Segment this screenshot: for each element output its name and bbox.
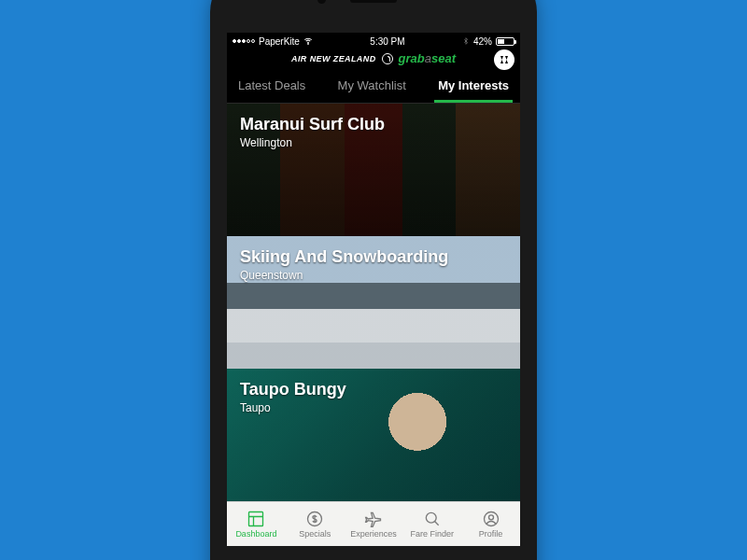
phone-sensor <box>317 0 326 4</box>
interest-card[interactable]: Skiing And Snowboarding Queenstown <box>227 236 520 369</box>
card-subtitle: Taupo <box>240 401 507 414</box>
tabbar-label: Profile <box>479 529 503 539</box>
content-list[interactable]: Maranui Surf Club Wellington Skiing And … <box>227 104 520 501</box>
interest-card[interactable]: Taupo Bungy Taupo <box>227 369 520 501</box>
screen: PaperKite 5:30 PM 42% AIR NEW ZEALAND gr… <box>227 33 520 546</box>
specials-icon <box>305 510 324 528</box>
tabbar-fare-finder[interactable]: Fare Finder <box>402 502 461 546</box>
tab-my-watchlist[interactable]: My Watchlist <box>334 73 410 103</box>
phone-frame: PaperKite 5:30 PM 42% AIR NEW ZEALAND gr… <box>210 0 537 560</box>
interest-card[interactable]: Maranui Surf Club Wellington <box>227 104 520 236</box>
card-subtitle: Wellington <box>240 136 507 149</box>
tabbar-label: Experiences <box>350 529 397 539</box>
svg-point-5 <box>488 515 493 520</box>
signal-icon <box>233 39 255 43</box>
battery-pct-label: 42% <box>473 36 492 47</box>
app-header: AIR NEW ZEALAND grabaseat <box>227 49 520 69</box>
profile-icon <box>482 510 500 528</box>
tabbar-specials[interactable]: Specials <box>286 502 345 546</box>
tabbar-experiences[interactable]: Experiences <box>345 502 403 546</box>
brand-airnz-label: AIR NEW ZEALAND <box>291 54 376 63</box>
bottom-tab-bar: Dashboard Specials Experiences Fare Find… <box>227 501 520 546</box>
svg-point-0 <box>308 44 309 45</box>
card-subtitle: Queenstown <box>240 269 507 282</box>
search-icon <box>423 510 442 528</box>
tabbar-label: Dashboard <box>235 529 276 539</box>
status-bar: PaperKite 5:30 PM 42% <box>227 33 520 49</box>
card-title: Taupo Bungy <box>240 380 507 399</box>
top-tabs: Latest Deals My Watchlist My Interests <box>227 69 520 104</box>
card-title: Maranui Surf Club <box>240 115 507 134</box>
carrier-label: PaperKite <box>259 36 300 47</box>
dashboard-icon <box>247 510 265 528</box>
tabbar-dashboard[interactable]: Dashboard <box>227 502 286 546</box>
phone-earpiece <box>350 0 397 3</box>
brand-grabaseat-label: grabaseat <box>399 51 456 65</box>
clock-label: 5:30 PM <box>370 36 404 47</box>
tabbar-label: Fare Finder <box>411 529 455 539</box>
tab-my-interests[interactable]: My Interests <box>434 73 513 103</box>
tab-latest-deals[interactable]: Latest Deals <box>234 73 309 103</box>
tabbar-label: Specials <box>299 529 331 539</box>
svg-rect-1 <box>249 512 263 526</box>
wifi-icon <box>303 36 313 46</box>
battery-icon <box>496 37 514 46</box>
plane-icon <box>364 510 383 528</box>
tabbar-profile[interactable]: Profile <box>461 502 520 546</box>
koru-icon <box>382 53 393 64</box>
header-action-button[interactable] <box>494 49 514 70</box>
card-title: Skiing And Snowboarding <box>240 247 507 267</box>
bluetooth-icon <box>462 36 470 46</box>
